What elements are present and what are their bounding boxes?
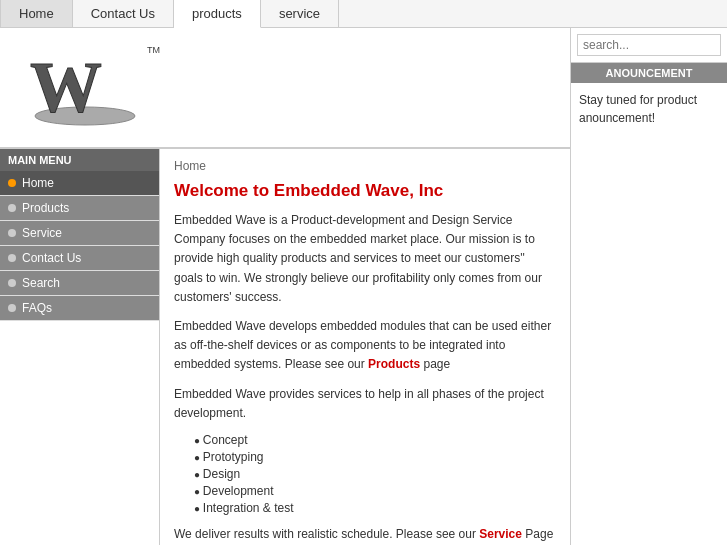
search-input[interactable]: [577, 34, 721, 56]
announcement-body: Stay tuned for product anouncement!: [571, 83, 727, 135]
nav-tab-products[interactable]: products: [174, 0, 261, 28]
page-title: Welcome to Embedded Wave, Inc: [174, 181, 556, 201]
right-panel: ANOUNCEMENT Stay tuned for product anoun…: [570, 28, 727, 545]
announcement-header: ANOUNCEMENT: [571, 63, 727, 83]
nav-bar: HomeContact Usproductsservice: [0, 0, 727, 28]
content-wrapper: MAIN MENU HomeProductsServiceContact UsS…: [0, 148, 570, 545]
sidebar-bullet: [8, 229, 16, 237]
sidebar: MAIN MENU HomeProductsServiceContact UsS…: [0, 149, 160, 545]
svg-text:W: W: [30, 47, 102, 127]
sidebar-bullet: [8, 179, 16, 187]
sidebar-item-label: Search: [22, 276, 60, 290]
service-link[interactable]: Service: [479, 527, 522, 541]
sidebar-item-label: Contact Us: [22, 251, 81, 265]
trademark-symbol: TM: [147, 45, 160, 55]
sidebar-item-label: Home: [22, 176, 54, 190]
content-para-2: Embedded Wave develops embedded modules …: [174, 317, 556, 375]
sidebar-item-faqs[interactable]: FAQs: [0, 296, 159, 321]
list-item: Development: [194, 484, 556, 498]
products-link[interactable]: Products: [368, 357, 420, 371]
left-panel: W TM MAIN MENU HomeProductsServiceContac…: [0, 28, 570, 545]
sidebar-item-label: Service: [22, 226, 62, 240]
para2-prefix: Embedded Wave develops embedded modules …: [174, 319, 551, 371]
sidebar-item-contact-us[interactable]: Contact Us: [0, 246, 159, 271]
sidebar-item-home[interactable]: Home: [0, 171, 159, 196]
nav-tab-service[interactable]: service: [261, 0, 339, 27]
sidebar-item-products[interactable]: Products: [0, 196, 159, 221]
para4-suffix: Page: [522, 527, 553, 541]
service-list: ConceptPrototypingDesignDevelopmentInteg…: [194, 433, 556, 515]
breadcrumb: Home: [174, 159, 556, 173]
sidebar-bullet: [8, 279, 16, 287]
content-para-3: Embedded Wave provides services to help …: [174, 385, 556, 423]
page-content: Home Welcome to Embedded Wave, Inc Embed…: [160, 149, 570, 545]
logo-image: W: [20, 41, 150, 131]
sidebar-bullet: [8, 254, 16, 262]
list-item: Concept: [194, 433, 556, 447]
sidebar-item-label: FAQs: [22, 301, 52, 315]
sidebar-item-label: Products: [22, 201, 69, 215]
list-item: Integration & test: [194, 501, 556, 515]
sidebar-item-search[interactable]: Search: [0, 271, 159, 296]
list-item: Design: [194, 467, 556, 481]
para4-prefix: We deliver results with realistic schedu…: [174, 527, 479, 541]
nav-tab-home[interactable]: Home: [0, 0, 73, 27]
sidebar-title: MAIN MENU: [0, 149, 159, 171]
nav-tab-contact-us[interactable]: Contact Us: [73, 0, 174, 27]
search-box: [571, 28, 727, 63]
logo-area: W TM: [0, 28, 570, 148]
content-para-1: Embedded Wave is a Product-development a…: [174, 211, 556, 307]
sidebar-bullet: [8, 304, 16, 312]
logo-container: W TM: [20, 41, 150, 134]
content-para-4: We deliver results with realistic schedu…: [174, 525, 556, 544]
sidebar-bullet: [8, 204, 16, 212]
list-item: Prototyping: [194, 450, 556, 464]
para2-suffix: page: [420, 357, 450, 371]
sidebar-item-service[interactable]: Service: [0, 221, 159, 246]
main-layout: W TM MAIN MENU HomeProductsServiceContac…: [0, 28, 727, 545]
